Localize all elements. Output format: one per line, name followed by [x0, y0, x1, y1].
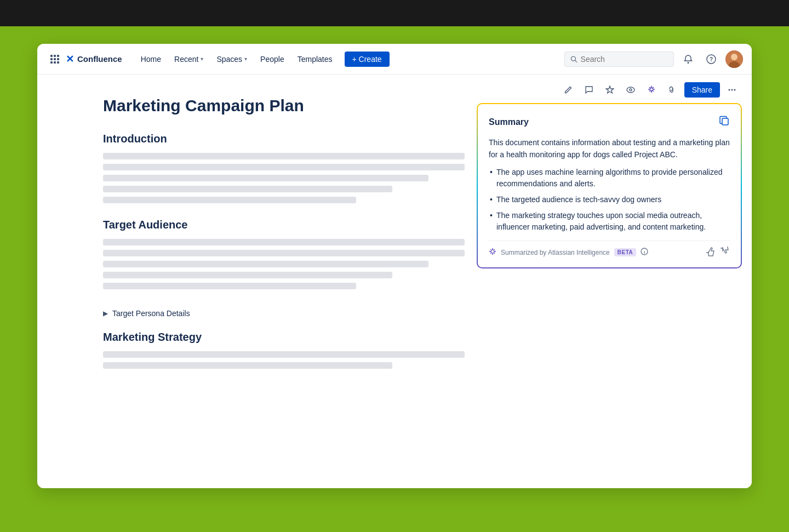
svg-rect-7 — [54, 61, 56, 64]
doc-title: Marketing Campaign Plan — [103, 96, 465, 115]
nav-templates[interactable]: Templates — [292, 52, 338, 67]
top-bar — [0, 0, 789, 26]
content-line — [103, 164, 465, 170]
content-line — [103, 351, 465, 358]
svg-point-21 — [734, 89, 736, 91]
doc-content: Marketing Campaign Plan Introduction Tar… — [37, 75, 530, 406]
content-line — [103, 362, 392, 369]
marketing-strategy-content-lines — [103, 351, 465, 369]
svg-text:?: ? — [710, 56, 713, 62]
nav-links: Home Recent ▾ Spaces ▾ People Templates … — [135, 52, 564, 67]
content-line — [103, 250, 465, 256]
nav-spaces[interactable]: Spaces ▾ — [211, 52, 253, 67]
content-line — [103, 186, 392, 192]
create-button[interactable]: + Create — [345, 52, 390, 67]
svg-rect-0 — [50, 55, 53, 57]
content-line — [103, 261, 428, 267]
section-marketing-strategy: Marketing Strategy — [103, 331, 465, 344]
content-line — [103, 272, 392, 278]
list-item: The app uses machine learning algorithms… — [489, 167, 730, 190]
content-line — [103, 197, 356, 203]
search-box[interactable] — [564, 52, 674, 67]
help-icon[interactable]: ? — [702, 50, 720, 68]
info-icon[interactable]: i — [641, 248, 648, 257]
svg-point-17 — [627, 87, 634, 93]
notifications-icon[interactable] — [679, 50, 697, 68]
summary-footer: Summarized by Atlassian Intelligence BET… — [489, 241, 730, 259]
list-item: The targeted audience is tech-savvy dog … — [489, 194, 730, 205]
summary-header: Summary — [489, 115, 730, 129]
content-line — [103, 175, 428, 181]
beta-badge: BETA — [614, 248, 636, 256]
ai-sparkle-icon — [489, 248, 496, 257]
svg-rect-1 — [54, 55, 56, 57]
summary-card: Summary This document contains informati… — [477, 103, 742, 268]
comment-icon[interactable] — [580, 81, 598, 99]
section-introduction: Introduction — [103, 133, 465, 145]
target-audience-content-lines — [103, 239, 465, 289]
feedback-icons — [706, 247, 730, 259]
chevron-down-icon: ▾ — [244, 56, 247, 62]
intro-content-lines — [103, 153, 465, 203]
chevron-down-icon: ▾ — [201, 56, 203, 62]
share-button[interactable]: Share — [684, 82, 720, 98]
svg-rect-2 — [57, 55, 59, 57]
summary-body: This document contains information about… — [489, 136, 730, 233]
list-item: The marketing strategy touches upon soci… — [489, 210, 730, 233]
svg-point-11 — [688, 62, 689, 64]
summary-title: Summary — [489, 117, 529, 127]
svg-text:i: i — [644, 250, 645, 255]
svg-rect-3 — [50, 58, 53, 60]
search-icon — [570, 55, 578, 63]
main-content: Share Marketing Campaign Plan Introducti… — [37, 75, 752, 488]
logo-text: Confluence — [77, 54, 122, 64]
logo-x-icon: ✕ — [66, 53, 74, 65]
summary-list: The app uses machine learning algorithms… — [489, 167, 730, 233]
avatar-image — [725, 50, 743, 68]
summary-card-inner: Summary This document contains informati… — [478, 104, 741, 267]
svg-point-18 — [630, 89, 632, 91]
thumbs-up-icon[interactable] — [706, 247, 716, 259]
content-line — [103, 153, 465, 159]
svg-rect-8 — [57, 61, 59, 64]
grid-menu-icon[interactable] — [46, 50, 64, 68]
copy-icon[interactable] — [719, 115, 730, 129]
section-target-audience: Target Audience — [103, 219, 465, 231]
nav-home[interactable]: Home — [135, 52, 167, 67]
ai-summarize-icon[interactable] — [643, 81, 660, 99]
content-line — [103, 283, 356, 289]
link-icon[interactable] — [664, 81, 681, 99]
svg-rect-22 — [722, 118, 728, 125]
star-icon[interactable] — [601, 81, 619, 99]
confluence-logo[interactable]: ✕ Confluence — [66, 53, 122, 65]
browser-window: ✕ Confluence Home Recent ▾ Spaces ▾ Peop… — [37, 44, 752, 488]
nav-recent[interactable]: Recent ▾ — [169, 52, 209, 67]
svg-point-20 — [731, 89, 733, 91]
svg-rect-5 — [57, 58, 59, 60]
svg-rect-6 — [50, 61, 53, 64]
thumbs-down-icon[interactable] — [720, 247, 730, 259]
summary-attribution: Summarized by Atlassian Intelligence BET… — [489, 248, 648, 257]
watch-icon[interactable] — [622, 81, 639, 99]
svg-line-10 — [575, 60, 577, 62]
nav-people[interactable]: People — [255, 52, 290, 67]
svg-point-19 — [729, 89, 730, 91]
svg-rect-4 — [54, 58, 56, 60]
chevron-right-icon: ▶ — [103, 310, 108, 317]
more-options-icon[interactable] — [723, 81, 741, 99]
content-line — [103, 239, 465, 245]
doc-toolbar: Share — [548, 75, 752, 105]
avatar[interactable] — [725, 50, 743, 68]
svg-point-15 — [731, 54, 737, 60]
target-persona-collapsible[interactable]: ▶ Target Persona Details — [103, 305, 465, 322]
search-input[interactable] — [581, 55, 668, 64]
edit-icon[interactable] — [559, 81, 577, 99]
nav-right: ? — [564, 50, 743, 68]
navbar: ✕ Confluence Home Recent ▾ Spaces ▾ Peop… — [37, 44, 752, 75]
